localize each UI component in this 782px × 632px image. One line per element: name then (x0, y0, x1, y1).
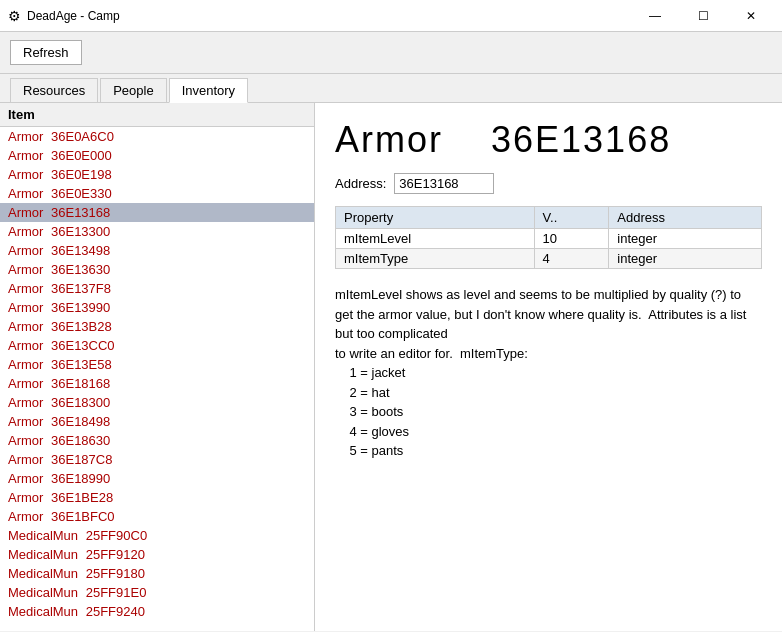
list-item[interactable]: MedicalMun 25FF91E0 (0, 583, 314, 602)
table-row: mItemType 4 integer (336, 249, 762, 269)
app-icon: ⚙ (8, 8, 21, 24)
address-label: Address: (335, 176, 386, 191)
tab-inventory[interactable]: Inventory (169, 78, 248, 103)
list-item[interactable]: Armor 36E13498 (0, 241, 314, 260)
prop-value: 10 (534, 229, 609, 249)
address-input[interactable] (394, 173, 494, 194)
properties-table: Property V.. Address mItemLevel 10 integ… (335, 206, 762, 269)
tab-resources[interactable]: Resources (10, 78, 98, 102)
list-item[interactable]: Armor 36E13630 (0, 260, 314, 279)
list-item[interactable]: Armor 36E0A6C0 (0, 127, 314, 146)
left-panel: Item Armor 36E0A6C0Armor 36E0E000Armor 3… (0, 103, 315, 631)
list-item[interactable]: Armor 36E137F8 (0, 279, 314, 298)
list-item[interactable]: Armor 36E0E198 (0, 165, 314, 184)
list-item[interactable]: Armor 36E18990 (0, 469, 314, 488)
list-item[interactable]: Armor 36E13E58 (0, 355, 314, 374)
list-item[interactable]: Armor 36E13990 (0, 298, 314, 317)
prop-name: mItemLevel (336, 229, 535, 249)
table-row: mItemLevel 10 integer (336, 229, 762, 249)
col-header-value: V.. (534, 207, 609, 229)
title-bar-left: ⚙ DeadAge - Camp (8, 8, 120, 24)
list-item[interactable]: MedicalMun 25FF9120 (0, 545, 314, 564)
list-item[interactable]: MedicalMun 25FF9240 (0, 602, 314, 621)
refresh-button[interactable]: Refresh (10, 40, 82, 65)
list-item[interactable]: Armor 36E18498 (0, 412, 314, 431)
toolbar: Refresh (0, 32, 782, 74)
list-container[interactable]: Armor 36E0A6C0Armor 36E0E000Armor 36E0E1… (0, 127, 314, 631)
title-bar: ⚙ DeadAge - Camp — ☐ ✕ (0, 0, 782, 32)
list-item[interactable]: Armor 36E0E000 (0, 146, 314, 165)
list-item[interactable]: MedicalMun 25FF9180 (0, 564, 314, 583)
item-title-addr: 36E13168 (491, 119, 671, 160)
prop-address: integer (609, 249, 762, 269)
list-item[interactable]: MedicalMun 25FF90C0 (0, 526, 314, 545)
list-item[interactable]: Armor 36E18168 (0, 374, 314, 393)
title-controls: — ☐ ✕ (632, 1, 774, 31)
tab-people[interactable]: People (100, 78, 166, 102)
prop-address: integer (609, 229, 762, 249)
minimize-button[interactable]: — (632, 1, 678, 31)
list-item[interactable]: Armor 36E1BFC0 (0, 507, 314, 526)
maximize-button[interactable]: ☐ (680, 1, 726, 31)
list-item[interactable]: Armor 36E18300 (0, 393, 314, 412)
list-item[interactable]: Armor 36E18630 (0, 431, 314, 450)
list-item[interactable]: Armor 36E13B28 (0, 317, 314, 336)
prop-name: mItemType (336, 249, 535, 269)
list-item[interactable]: Armor 36E1BE28 (0, 488, 314, 507)
list-item[interactable]: Armor 36E13168 (0, 203, 314, 222)
list-item[interactable]: Armor 36E187C8 (0, 450, 314, 469)
address-row: Address: (335, 173, 762, 194)
notes-text: mItemLevel shows as level and seems to b… (335, 285, 762, 461)
close-button[interactable]: ✕ (728, 1, 774, 31)
item-title-name: Armor (335, 119, 443, 160)
window-title: DeadAge - Camp (27, 9, 120, 23)
right-panel: Armor 36E13168 Address: Property V.. Add… (315, 103, 782, 631)
tab-bar: Resources People Inventory (0, 74, 782, 103)
list-item[interactable]: Armor 36E0E330 (0, 184, 314, 203)
item-title: Armor 36E13168 (335, 119, 762, 161)
list-item[interactable]: Armor 36E13300 (0, 222, 314, 241)
col-header-property: Property (336, 207, 535, 229)
col-header-address: Address (609, 207, 762, 229)
prop-value: 4 (534, 249, 609, 269)
list-header: Item (0, 103, 314, 127)
main-content: Item Armor 36E0A6C0Armor 36E0E000Armor 3… (0, 103, 782, 631)
list-item[interactable]: Armor 36E13CC0 (0, 336, 314, 355)
